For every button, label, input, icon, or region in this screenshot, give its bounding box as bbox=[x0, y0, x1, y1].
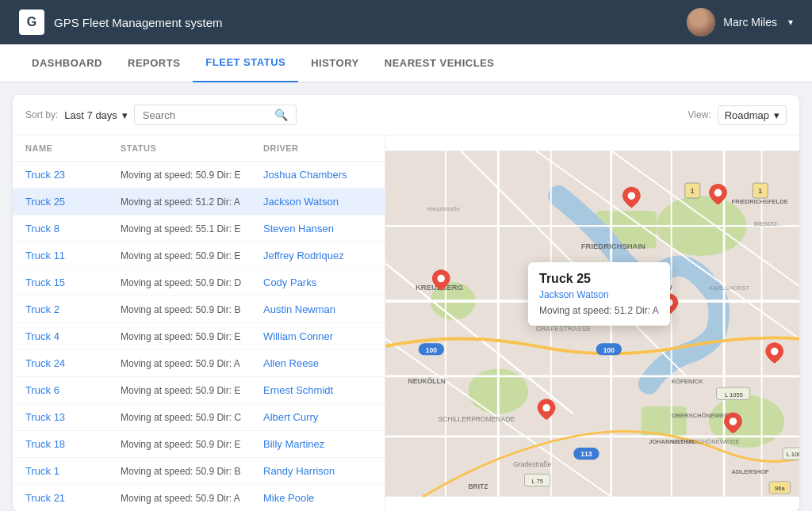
table-body: Truck 23 Moving at speed: 50.9 Dir: E Jo… bbox=[13, 162, 385, 511]
svg-text:Hauptstraße: Hauptstraße bbox=[427, 205, 460, 212]
svg-point-67 bbox=[771, 348, 778, 355]
svg-text:100: 100 bbox=[603, 346, 615, 354]
svg-text:GRAFESTRASSE: GRAFESTRASSE bbox=[536, 325, 592, 333]
table-row[interactable]: Truck 24 Moving at speed: 50.9 Dir: A Al… bbox=[13, 350, 385, 377]
svg-text:NIEDERSCHÖNEWEIDE: NIEDERSCHÖNEWEIDE bbox=[672, 438, 740, 445]
table-row[interactable]: Truck 25 Moving at speed: 51.2 Dir: A Ja… bbox=[13, 189, 385, 215]
cell-truck-name: Truck 18 bbox=[25, 438, 121, 450]
svg-text:L 75: L 75 bbox=[531, 478, 542, 485]
cell-driver: Jackson Watson bbox=[263, 196, 372, 208]
svg-text:BIESDO...: BIESDO... bbox=[754, 220, 782, 227]
avatar-image bbox=[687, 8, 715, 36]
cell-driver: Ernest Schmidt bbox=[263, 384, 372, 396]
cell-status: Moving at speed: 50.9 Dir: E bbox=[121, 250, 263, 261]
map-section: 100 100 L 1076 L 1055 L 1000 113 bbox=[385, 135, 799, 511]
cell-driver: William Conner bbox=[263, 330, 372, 342]
svg-text:KÖPENICK: KÖPENICK bbox=[672, 378, 704, 385]
map-container[interactable]: 100 100 L 1076 L 1055 L 1000 113 bbox=[385, 135, 799, 511]
cell-truck-name: Truck 11 bbox=[25, 250, 121, 261]
svg-text:1: 1 bbox=[758, 187, 762, 195]
avatar bbox=[687, 8, 715, 36]
content-area: NAME STATUS DRIVER Truck 23 Moving at sp… bbox=[13, 135, 799, 511]
cell-driver: Cody Parks bbox=[263, 276, 372, 288]
svg-point-63 bbox=[437, 275, 444, 282]
svg-text:96a: 96a bbox=[775, 485, 785, 492]
cell-truck-name: Truck 13 bbox=[25, 411, 121, 423]
header-left: G GPS Fleet Management system bbox=[19, 10, 223, 35]
fleet-table: NAME STATUS DRIVER Truck 23 Moving at sp… bbox=[13, 135, 385, 511]
cell-status: Moving at speed: 50.9 Dir: A bbox=[121, 358, 263, 369]
nav-item-reports[interactable]: REPORTS bbox=[115, 44, 193, 82]
user-name: Marc Miles bbox=[723, 16, 777, 29]
svg-point-66 bbox=[730, 418, 737, 425]
cell-status: Moving at speed: 55.1 Dir: E bbox=[121, 223, 263, 235]
sort-select[interactable]: Last 7 days ▾ bbox=[64, 109, 128, 121]
col-header-name: NAME bbox=[25, 143, 121, 153]
cell-driver: Jeffrey Rodriquez bbox=[263, 250, 372, 261]
col-header-status: STATUS bbox=[121, 143, 263, 153]
table-row[interactable]: Truck 11 Moving at speed: 50.9 Dir: E Je… bbox=[13, 242, 385, 269]
table-row[interactable]: Truck 13 Moving at speed: 50.9 Dir: C Al… bbox=[13, 404, 385, 431]
search-input[interactable] bbox=[143, 109, 270, 121]
cell-status: Moving at speed: 50.9 Dir: E bbox=[121, 331, 263, 342]
cell-driver: Billy Martinez bbox=[263, 438, 372, 450]
user-menu-chevron-icon[interactable]: ▾ bbox=[788, 17, 793, 28]
header: G GPS Fleet Management system Marc Miles… bbox=[0, 0, 812, 44]
sort-value: Last 7 days bbox=[64, 109, 117, 121]
nav-item-nearest-vehicles[interactable]: NEAREST VEHICLES bbox=[372, 44, 508, 82]
svg-text:1: 1 bbox=[691, 187, 695, 195]
svg-text:FRIEDRICHSFELDE: FRIEDRICHSFELDE bbox=[732, 198, 788, 205]
table-row[interactable]: Truck 18 Moving at speed: 50.9 Dir: E Bi… bbox=[13, 431, 385, 458]
table-row[interactable]: Truck 6 Moving at speed: 50.9 Dir: E Ern… bbox=[13, 377, 385, 404]
toolbar-right: View: Roadmap ▾ bbox=[688, 105, 787, 125]
svg-text:SCHILLERPROMENADE: SCHILLERPROMENADE bbox=[438, 415, 515, 423]
table-row[interactable]: Truck 23 Moving at speed: 50.9 Dir: E Jo… bbox=[13, 162, 385, 189]
svg-text:KARLSHORST: KARLSHORST bbox=[709, 284, 750, 292]
svg-text:ADLERSHOF: ADLERSHOF bbox=[732, 468, 770, 475]
table-row[interactable]: Truck 15 Moving at speed: 50.9 Dir: D Co… bbox=[13, 269, 385, 296]
view-select[interactable]: Roadmap ▾ bbox=[718, 105, 787, 125]
cell-truck-name: Truck 21 bbox=[25, 492, 121, 504]
cell-truck-name: Truck 1 bbox=[25, 465, 121, 477]
cell-status: Moving at speed: 50.9 Dir: A bbox=[121, 493, 263, 504]
map-tooltip: Truck 25 Jackson Watson Moving at speed:… bbox=[528, 262, 670, 326]
view-label: View: bbox=[688, 109, 710, 120]
cell-truck-name: Truck 8 bbox=[25, 223, 121, 235]
cell-status: Moving at speed: 50.9 Dir: E bbox=[121, 439, 263, 450]
col-header-driver: DRIVER bbox=[263, 143, 372, 153]
nav-item-dashboard[interactable]: DASHBOARD bbox=[19, 44, 115, 82]
cell-status: Moving at speed: 50.9 Dir: B bbox=[121, 304, 263, 315]
svg-text:100: 100 bbox=[426, 346, 437, 354]
main-nav: DASHBOARD REPORTS FLEET STATUS HISTORY N… bbox=[0, 44, 812, 82]
table-row[interactable]: Truck 1 Moving at speed: 50.9 Dir: B Ran… bbox=[13, 458, 385, 485]
tooltip-truck-name: Truck 25 bbox=[539, 272, 659, 286]
cell-driver: Randy Harrison bbox=[263, 465, 372, 477]
svg-point-62 bbox=[714, 189, 722, 196]
cell-truck-name: Truck 24 bbox=[25, 357, 121, 369]
nav-item-history[interactable]: HISTORY bbox=[298, 44, 372, 82]
table-row[interactable]: Truck 8 Moving at speed: 55.1 Dir: E Ste… bbox=[13, 215, 385, 242]
cell-status: Moving at speed: 50.9 Dir: E bbox=[121, 385, 263, 396]
cell-truck-name: Truck 2 bbox=[25, 303, 121, 315]
nav-item-fleet-status[interactable]: FLEET STATUS bbox=[193, 44, 298, 82]
cell-status: Moving at speed: 50.9 Dir: C bbox=[121, 412, 263, 423]
table-row[interactable]: Truck 4 Moving at speed: 50.9 Dir: E Wil… bbox=[13, 323, 385, 350]
cell-driver: Steven Hansen bbox=[263, 223, 372, 235]
search-box[interactable]: 🔍 bbox=[134, 105, 297, 125]
main-content: Sort by: Last 7 days ▾ 🔍 View: Roadmap ▾ bbox=[0, 82, 812, 511]
cell-driver: Albert Curry bbox=[263, 411, 372, 423]
cell-status: Moving at speed: 51.2 Dir: A bbox=[121, 196, 263, 208]
view-chevron-icon: ▾ bbox=[774, 109, 779, 121]
svg-text:NEUKÖLLN: NEUKÖLLN bbox=[408, 377, 445, 385]
view-value: Roadmap bbox=[725, 109, 769, 121]
cell-truck-name: Truck 23 bbox=[25, 169, 121, 181]
app-title: GPS Fleet Management system bbox=[54, 16, 223, 29]
cell-driver: Austin Newman bbox=[263, 303, 372, 315]
svg-point-61 bbox=[628, 192, 635, 199]
table-row[interactable]: Truck 21 Moving at speed: 50.9 Dir: A Mi… bbox=[13, 485, 385, 511]
svg-text:BRITZ: BRITZ bbox=[468, 482, 488, 490]
cell-truck-name: Truck 6 bbox=[25, 384, 121, 396]
svg-text:FRIEDRICHSHAIN: FRIEDRICHSHAIN bbox=[581, 242, 645, 250]
table-row[interactable]: Truck 2 Moving at speed: 50.9 Dir: B Aus… bbox=[13, 296, 385, 323]
cell-driver: Mike Poole bbox=[263, 492, 372, 504]
